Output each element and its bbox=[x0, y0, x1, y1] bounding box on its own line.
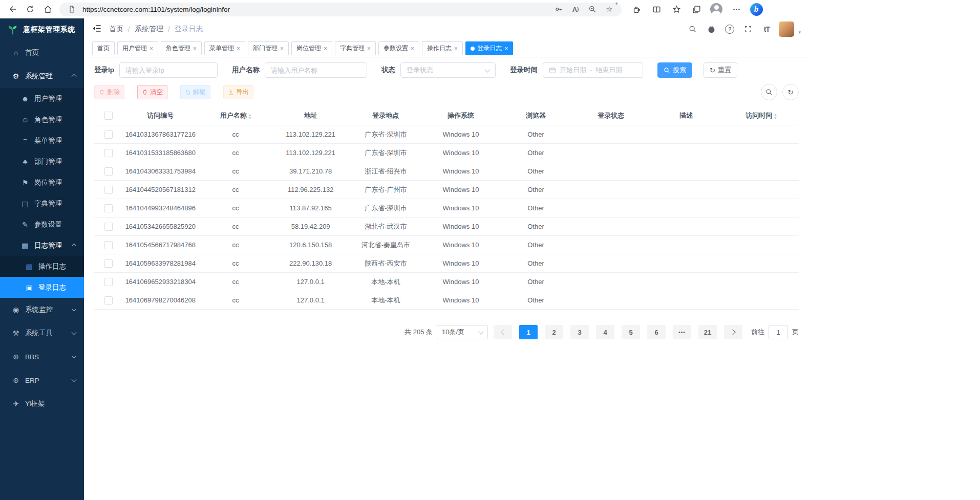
refresh-button[interactable] bbox=[22, 2, 39, 17]
browser-profile-avatar[interactable] bbox=[709, 2, 724, 17]
header-search-icon[interactable] bbox=[687, 23, 699, 35]
page-button-21[interactable]: 21 bbox=[698, 325, 717, 339]
row-checkbox[interactable] bbox=[104, 186, 113, 194]
next-page-button[interactable] bbox=[724, 325, 742, 339]
favorites-icon[interactable] bbox=[669, 2, 684, 17]
tab-close-icon[interactable] bbox=[367, 46, 371, 52]
tab-home[interactable]: 首页 bbox=[92, 41, 115, 55]
tab-close-icon[interactable] bbox=[411, 46, 414, 52]
sidebar-item-yi-framework[interactable]: Yi框架 bbox=[0, 392, 84, 416]
row-checkbox[interactable] bbox=[104, 131, 113, 139]
row-checkbox[interactable] bbox=[104, 259, 113, 268]
search-button[interactable]: 搜索 bbox=[657, 62, 692, 78]
toggle-search-button[interactable] bbox=[761, 84, 777, 100]
status-select[interactable]: 登录状态 bbox=[400, 62, 496, 78]
col-username[interactable]: 用户名称▴▾ bbox=[198, 106, 273, 125]
font-size-icon[interactable]: tT bbox=[760, 23, 773, 35]
sidebar-item-dict-mgmt[interactable]: 字典管理 bbox=[0, 193, 84, 214]
tab-close-icon[interactable] bbox=[237, 46, 240, 52]
read-aloud-icon[interactable]: A bbox=[569, 3, 582, 15]
sidebar-item-tools[interactable]: 系统工具 bbox=[0, 321, 84, 345]
page-button-5[interactable]: 5 bbox=[622, 325, 640, 339]
delete-button[interactable]: 删除 bbox=[94, 85, 124, 99]
browser-menu-icon[interactable] bbox=[729, 2, 744, 17]
export-button[interactable]: 导出 bbox=[223, 85, 253, 99]
row-checkbox[interactable] bbox=[104, 296, 113, 305]
sort-icons[interactable]: ▴▾ bbox=[249, 113, 251, 119]
page-button-1[interactable]: 1 bbox=[519, 325, 538, 339]
tab-close-icon[interactable] bbox=[280, 46, 284, 52]
sidebar-item-system-mgmt[interactable]: 系统管理 bbox=[0, 64, 84, 88]
clear-button[interactable]: 清空 bbox=[137, 85, 167, 99]
tab-close-icon[interactable] bbox=[150, 46, 153, 52]
user-avatar[interactable] bbox=[779, 21, 794, 37]
sidebar-item-dept-mgmt[interactable]: 部门管理 bbox=[0, 151, 84, 172]
name-filter-input[interactable] bbox=[265, 62, 367, 78]
tab-close-icon[interactable] bbox=[193, 46, 197, 52]
unlock-button[interactable]: 解锁 bbox=[180, 85, 210, 99]
select-all-checkbox[interactable] bbox=[104, 112, 113, 120]
home-button[interactable] bbox=[39, 2, 56, 17]
tab-close-icon[interactable] bbox=[504, 46, 508, 52]
back-button[interactable] bbox=[4, 2, 22, 17]
row-checkbox[interactable] bbox=[104, 204, 113, 212]
breadcrumb-item-system[interactable]: 系统管理 bbox=[135, 25, 163, 34]
prev-page-button[interactable] bbox=[494, 325, 512, 339]
sidebar-item-menu-mgmt[interactable]: 菜单管理 bbox=[0, 130, 84, 151]
add-favorite-icon[interactable]: ☆ bbox=[603, 3, 615, 15]
breadcrumb-item-home[interactable]: 首页 bbox=[109, 25, 123, 34]
sidebar-item-home[interactable]: 首页 bbox=[0, 41, 84, 64]
sidebar-item-post-mgmt[interactable]: 岗位管理 bbox=[0, 172, 84, 193]
tab-close-icon[interactable] bbox=[324, 46, 327, 52]
tab-depts[interactable]: 部门管理 bbox=[248, 41, 289, 55]
refresh-table-button[interactable]: ↻ bbox=[782, 84, 799, 100]
address-bar[interactable]: https://ccnetcore.com:1101/system/log/lo… bbox=[59, 3, 622, 16]
site-info-icon[interactable] bbox=[66, 3, 78, 15]
col-time[interactable]: 访问时间▴▾ bbox=[723, 106, 799, 125]
sort-icons[interactable]: ▴▾ bbox=[774, 113, 777, 119]
sidebar-item-bbs[interactable]: BBS bbox=[0, 345, 84, 368]
extensions-icon[interactable] bbox=[629, 2, 644, 17]
collections-icon[interactable] bbox=[689, 2, 704, 17]
page-size-select[interactable]: 10条/页 bbox=[437, 325, 488, 339]
sidebar-item-erp[interactable]: ERP bbox=[0, 368, 84, 392]
tab-roles[interactable]: 角色管理 bbox=[161, 41, 202, 55]
ip-filter-input[interactable] bbox=[119, 62, 218, 78]
tab-dicts[interactable]: 字典管理 bbox=[335, 41, 376, 55]
sidebar-item-user-mgmt[interactable]: 用户管理 bbox=[0, 88, 84, 109]
row-checkbox[interactable] bbox=[104, 241, 113, 249]
tab-close-icon[interactable] bbox=[454, 46, 458, 52]
zoom-out-icon[interactable] bbox=[586, 3, 599, 15]
sidebar-item-login-log[interactable]: 登录日志 bbox=[0, 277, 84, 298]
fullscreen-icon[interactable] bbox=[742, 23, 754, 35]
date-range-picker[interactable]: 开始日期 - 结束日期 bbox=[543, 62, 643, 78]
tab-loginlog[interactable]: 登录日志 bbox=[465, 41, 513, 55]
page-button-2[interactable]: 2 bbox=[545, 325, 563, 339]
tab-posts[interactable]: 岗位管理 bbox=[291, 41, 332, 55]
help-icon[interactable]: ? bbox=[723, 23, 736, 35]
goto-page-input[interactable] bbox=[769, 325, 788, 339]
tab-users[interactable]: 用户管理 bbox=[117, 41, 158, 55]
sidebar-item-monitor[interactable]: 系统监控 bbox=[0, 298, 84, 321]
row-checkbox[interactable] bbox=[104, 149, 113, 157]
tab-params[interactable]: 参数设置 bbox=[378, 41, 419, 55]
copilot-button[interactable]: b bbox=[749, 2, 764, 17]
page-button-4[interactable]: 4 bbox=[596, 325, 614, 339]
row-checkbox[interactable] bbox=[104, 223, 113, 231]
split-screen-icon[interactable] bbox=[649, 2, 664, 17]
tab-operlog[interactable]: 操作日志 bbox=[422, 41, 463, 55]
sidebar-toggle[interactable] bbox=[92, 24, 102, 35]
url-text[interactable]: https://ccnetcore.com:1101/system/log/lo… bbox=[82, 6, 548, 13]
page-button-3[interactable]: 3 bbox=[570, 325, 589, 339]
row-checkbox[interactable] bbox=[104, 167, 113, 176]
app-logo[interactable]: 意框架管理系统 bbox=[0, 18, 84, 41]
sidebar-item-role-mgmt[interactable]: 角色管理 bbox=[0, 109, 84, 130]
page-button-6[interactable]: 6 bbox=[647, 325, 666, 339]
github-icon[interactable] bbox=[705, 23, 717, 35]
sidebar-item-oper-log[interactable]: 操作日志 bbox=[0, 256, 84, 277]
more-pages-button[interactable]: ••• bbox=[673, 325, 691, 339]
row-checkbox[interactable] bbox=[104, 278, 113, 286]
sidebar-item-log-mgmt[interactable]: 日志管理 bbox=[0, 235, 84, 256]
reset-button[interactable]: ↻ 重置 bbox=[704, 62, 737, 78]
password-key-icon[interactable] bbox=[552, 3, 565, 15]
